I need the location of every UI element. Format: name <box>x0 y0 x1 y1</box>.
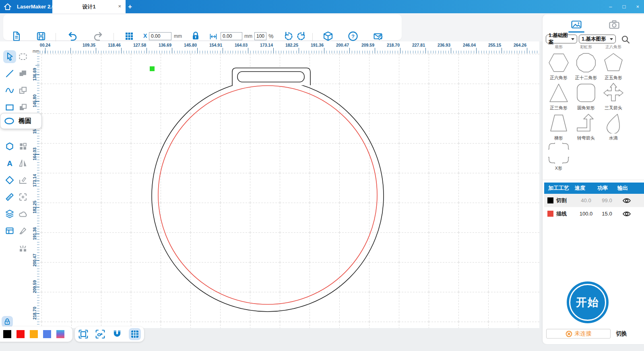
process-speed-value[interactable]: 40.0 <box>576 197 597 203</box>
text-tool[interactable]: A <box>3 157 16 170</box>
cloud-tool[interactable] <box>17 207 29 220</box>
process-speed-value[interactable]: 100.0 <box>576 211 597 217</box>
svg-text:A: A <box>7 159 12 168</box>
home-icon <box>3 2 12 12</box>
x-input[interactable] <box>149 32 171 40</box>
shape-item-turn-arrow[interactable]: 转弯箭头 <box>573 113 599 141</box>
process-power-value[interactable]: 15.0 <box>597 211 617 217</box>
ruler-label: 246.04 <box>463 43 476 47</box>
rounded-rect-shape-icon <box>576 82 597 103</box>
process-power-value[interactable]: 99.0 <box>597 197 617 203</box>
shape-label-clipped: 正八角形 <box>605 44 621 50</box>
shape-item-hexagon[interactable]: 正六角形 <box>546 52 572 81</box>
layout-tool[interactable] <box>3 224 16 237</box>
width-percent-input[interactable] <box>254 32 266 40</box>
pattern-category-select[interactable]: 1.基础图案 <box>546 35 577 43</box>
shape-label: 正十二角形 <box>573 75 599 81</box>
ruler-label: 200.47 <box>32 254 37 267</box>
new-tab-button[interactable]: + <box>128 0 132 13</box>
weld-tool[interactable] <box>17 67 29 80</box>
canvas-lock-button[interactable] <box>2 316 13 327</box>
pentagon-shape-icon <box>603 52 624 73</box>
eye-icon[interactable] <box>622 197 631 204</box>
ellipse-tool-flyout[interactable]: 椭圆 <box>0 113 42 129</box>
process-row-cut[interactable]: 切割 40.0 99.0 <box>544 194 644 207</box>
tab-shape-gallery[interactable] <box>568 18 584 31</box>
polygon-tool[interactable] <box>3 140 16 153</box>
layer-color-swatch[interactable] <box>547 197 553 203</box>
palette-color-blue[interactable] <box>43 330 51 338</box>
shape-category-select[interactable]: 1.基本图形 <box>579 35 616 43</box>
measure-tool[interactable] <box>3 191 16 203</box>
palette-color-black[interactable] <box>3 330 11 338</box>
redo-icon <box>93 31 103 41</box>
dodecagon-shape-icon <box>576 52 597 73</box>
shape-item-pentagon[interactable]: 正五角形 <box>601 52 626 81</box>
design-tab-outline[interactable] <box>232 68 310 86</box>
close-button[interactable]: × <box>636 4 639 10</box>
rectangle-tool[interactable] <box>3 101 16 114</box>
vectorize-pen-tool[interactable] <box>17 224 29 237</box>
angle-pen-tool[interactable] <box>17 174 29 187</box>
width-input[interactable] <box>221 32 242 40</box>
ruler-label: 200.47 <box>336 43 349 47</box>
shape-category-value: 1.基本图形 <box>582 36 606 43</box>
diamond-tool[interactable] <box>3 174 16 187</box>
align-tool[interactable] <box>17 140 29 153</box>
image-icon <box>571 19 582 30</box>
preview-scan-button[interactable] <box>95 329 105 339</box>
right-panel: 1.基础图案 1.基本图形 扇形 彩虹形 正八角形 正六角形 正十二角形 正五角… <box>543 14 644 344</box>
tab-camera[interactable] <box>606 18 622 31</box>
minimize-button[interactable]: – <box>609 4 612 10</box>
tab-close-icon[interactable]: × <box>118 3 121 9</box>
subtract-tool[interactable] <box>17 101 29 114</box>
undo-icon <box>67 31 78 41</box>
design-canvas[interactable] <box>39 53 539 328</box>
marquee-tool[interactable] <box>17 50 29 63</box>
switch-device-button[interactable]: 切换 <box>616 330 627 337</box>
search-icon[interactable] <box>621 35 630 44</box>
ruler-label: 236.93 <box>438 43 450 47</box>
connection-status-field[interactable]: 未连接 <box>546 329 611 339</box>
shape-item-dodecagon[interactable]: 正十二角形 <box>573 52 599 81</box>
process-row-trace[interactable]: 描线 100.0 15.0 <box>544 207 644 220</box>
layer-color-swatch[interactable] <box>547 211 553 217</box>
shape-label: 正五角形 <box>601 75 626 81</box>
shape-item-rounded-rect[interactable]: 圆角矩形 <box>573 82 599 111</box>
save-icon <box>36 31 46 41</box>
ruler-unit-label: mm <box>32 41 39 53</box>
mirror-tool[interactable] <box>17 157 29 170</box>
file-icon <box>11 31 21 41</box>
document-tab[interactable]: 设计1 × <box>52 0 126 13</box>
select-tool[interactable] <box>3 50 16 63</box>
ruler-label: 191.36 <box>311 43 324 47</box>
grid-toggle-button[interactable] <box>129 328 141 340</box>
break-apart-tool[interactable] <box>17 241 29 254</box>
duplicate-tool[interactable] <box>17 84 29 97</box>
line-tool[interactable] <box>3 67 16 80</box>
header-speed: 速度 <box>575 185 585 192</box>
shape-item-trapezoid[interactable]: 梯形 <box>546 113 572 141</box>
shape-item-three-fork-arrow[interactable]: 三叉箭头 <box>601 82 626 111</box>
snap-magnet-button[interactable] <box>112 329 122 339</box>
document-tab-label: 设计1 <box>82 3 95 10</box>
palette-color-orange[interactable] <box>30 330 38 338</box>
ruler-label: 145.80 <box>184 43 197 47</box>
shape-item-triangle[interactable]: 正三角形 <box>546 82 572 111</box>
shape-item-water-drop[interactable]: 水滴 <box>601 113 626 141</box>
rotate-ccw-icon[interactable] <box>283 31 293 41</box>
layers-tool[interactable] <box>3 207 16 220</box>
palette-color-red[interactable] <box>17 330 25 338</box>
shape-item-x-shape[interactable]: X形 <box>546 143 572 171</box>
palette-color-gradient[interactable] <box>56 330 64 338</box>
expand-frame-tool[interactable] <box>17 191 29 203</box>
shape-label: 正六角形 <box>546 75 572 81</box>
ruler-label: 218.70 <box>387 43 400 47</box>
curve-tool[interactable] <box>3 84 16 97</box>
home-button[interactable] <box>1 0 14 13</box>
rotate-cw-icon[interactable] <box>296 31 306 41</box>
maximize-button[interactable]: □ <box>623 4 626 10</box>
eye-icon[interactable] <box>622 210 631 218</box>
start-button[interactable]: 开始 <box>567 281 609 323</box>
fit-frame-button[interactable] <box>78 329 89 339</box>
